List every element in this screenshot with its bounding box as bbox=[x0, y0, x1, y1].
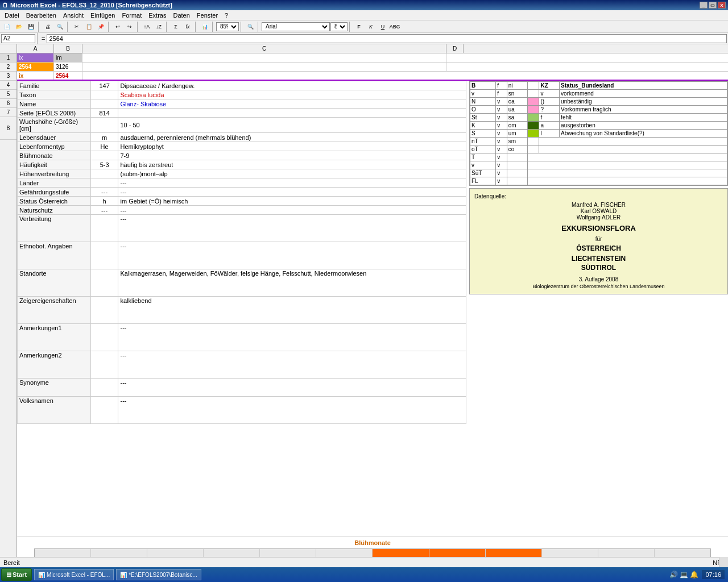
save-btn[interactable]: 💾 bbox=[25, 22, 36, 32]
val-status-oe-short[interactable]: h bbox=[90, 197, 118, 206]
paste-btn[interactable]: 📌 bbox=[95, 22, 106, 32]
label-verbreitung[interactable]: Verbreitung bbox=[18, 215, 91, 242]
copy-btn[interactable]: 📋 bbox=[83, 22, 94, 32]
cut-btn[interactable]: ✂ bbox=[71, 22, 82, 32]
val-anm1-num[interactable] bbox=[90, 324, 118, 351]
menu-einfuegen[interactable]: Einfügen bbox=[87, 11, 118, 19]
redo-btn[interactable]: ↪ bbox=[124, 22, 135, 32]
val-gefaehrdung-short[interactable]: --- bbox=[90, 188, 118, 197]
fx-btn[interactable]: fx bbox=[182, 22, 193, 32]
formula-input[interactable] bbox=[47, 34, 727, 43]
val-status-oe[interactable]: im Gebiet (=Ö) heimisch bbox=[118, 197, 466, 206]
val-volksnamen[interactable]: --- bbox=[118, 397, 466, 424]
v-scrollbar-btn[interactable] bbox=[719, 557, 728, 567]
label-status-oe[interactable]: Status Österreich bbox=[18, 197, 91, 206]
cell-empty-3[interactable] bbox=[82, 63, 446, 71]
zoom-select[interactable]: 85% bbox=[216, 22, 239, 31]
val-anm1[interactable]: --- bbox=[118, 324, 466, 351]
val-familie-num[interactable]: 147 bbox=[90, 81, 118, 90]
print-btn[interactable]: 🖨 bbox=[42, 22, 53, 32]
label-haeufigkeit[interactable]: Häufigkeit bbox=[18, 160, 91, 169]
label-hoehenverbreitung[interactable]: Höhenverbreitung bbox=[18, 169, 91, 178]
label-lebensdauer[interactable]: Lebensdauer bbox=[18, 133, 91, 142]
label-laender[interactable]: Länder bbox=[18, 178, 91, 188]
val-hoehenverbreitung[interactable]: (subm-)mont–alp bbox=[118, 169, 466, 178]
val-hoehen-num[interactable] bbox=[90, 169, 118, 178]
cell-empty-5[interactable] bbox=[82, 72, 728, 80]
label-familie[interactable]: Familie bbox=[18, 81, 91, 90]
taskbar-item-excel[interactable]: 📊 Microsoft Excel - EFÖL... bbox=[34, 569, 114, 580]
open-btn[interactable]: 📂 bbox=[13, 22, 24, 32]
chart-btn[interactable]: 📊 bbox=[199, 22, 210, 32]
preview-btn[interactable]: 🔍 bbox=[54, 22, 65, 32]
val-standorte-num[interactable] bbox=[90, 269, 118, 297]
menu-ansicht[interactable]: Ansicht bbox=[60, 11, 87, 19]
val-lebensdauer[interactable]: ausdauernd, perennierend (mehrmals blühe… bbox=[118, 133, 466, 142]
italic-btn[interactable]: K bbox=[365, 22, 377, 32]
label-synonyme[interactable]: Synonyme bbox=[18, 379, 91, 397]
menu-fenster[interactable]: Fenster bbox=[193, 11, 221, 19]
val-standorte[interactable]: Kalkmagerrasen, Magerweiden, FöWälder, f… bbox=[118, 269, 466, 297]
font-select[interactable]: Arial bbox=[262, 22, 330, 31]
sort-desc-btn[interactable]: ↓Z bbox=[153, 22, 164, 32]
val-volksnamen-num[interactable] bbox=[90, 397, 118, 424]
menu-help[interactable]: ? bbox=[221, 11, 231, 19]
val-zeiger-num[interactable] bbox=[90, 297, 118, 324]
menu-format[interactable]: Format bbox=[118, 11, 145, 19]
val-taxon[interactable]: Scabiosa lucida bbox=[118, 90, 466, 99]
close-btn[interactable]: X bbox=[718, 2, 726, 9]
val-verbreitung[interactable]: --- bbox=[118, 215, 466, 242]
label-standorte[interactable]: Standorte bbox=[18, 269, 91, 297]
cell-name-value[interactable]: 2564 bbox=[54, 72, 82, 80]
val-familie[interactable]: Dipsacaceae / Kardengew. bbox=[118, 81, 466, 90]
val-seite[interactable] bbox=[118, 109, 466, 118]
label-lebenformentyp[interactable]: Lebenformentyp bbox=[18, 142, 91, 151]
new-btn[interactable]: 📄 bbox=[1, 22, 13, 32]
val-haeufigkeit-short[interactable]: 5-3 bbox=[90, 160, 118, 169]
cell-ix-value[interactable]: 2564 bbox=[17, 63, 54, 71]
label-name[interactable]: Name bbox=[18, 99, 91, 109]
val-lebenformentyp-short[interactable]: He bbox=[90, 142, 118, 151]
cell-ix-label[interactable]: ix bbox=[17, 53, 54, 62]
menu-extras[interactable]: Extras bbox=[145, 11, 169, 19]
menu-datei[interactable]: Datei bbox=[1, 11, 23, 19]
menu-bearbeiten[interactable]: Bearbeiten bbox=[23, 11, 60, 19]
val-naturschutz-short[interactable]: --- bbox=[90, 206, 118, 215]
val-wuchs-num[interactable] bbox=[90, 118, 118, 133]
find-btn[interactable]: 🔍 bbox=[245, 22, 256, 32]
cell-empty-1[interactable] bbox=[82, 53, 446, 62]
val-bluehmonate-num[interactable] bbox=[90, 151, 118, 160]
restore-btn[interactable]: ▭ bbox=[709, 2, 717, 9]
val-name[interactable]: Glanz- Skabiose bbox=[118, 99, 466, 109]
label-anm2[interactable]: Anmerkungen2 bbox=[18, 351, 91, 379]
label-gefaehrdung[interactable]: Gefährdungsstufe bbox=[18, 188, 91, 197]
val-ethnobot-num[interactable] bbox=[90, 242, 118, 269]
val-wuchs[interactable]: 10 - 50 bbox=[118, 118, 466, 133]
undo-btn[interactable]: ↩ bbox=[112, 22, 123, 32]
val-naturschutz[interactable]: --- bbox=[118, 206, 466, 215]
underline-btn[interactable]: U bbox=[377, 22, 388, 32]
cell-name-label[interactable]: ix bbox=[17, 72, 54, 80]
label-wuchs[interactable]: Wuchshöhe (-Größe)[cm] bbox=[18, 118, 91, 133]
val-lebenformentyp[interactable]: Hemikryptophyt bbox=[118, 142, 466, 151]
label-ethnobot[interactable]: Ethnobot. Angaben bbox=[18, 242, 91, 269]
val-seite-num[interactable]: 814 bbox=[90, 109, 118, 118]
start-button[interactable]: ⊞ Start bbox=[1, 568, 32, 581]
bold-btn[interactable]: F bbox=[353, 22, 365, 32]
label-volksnamen[interactable]: Volksnamen bbox=[18, 397, 91, 424]
val-laender-num[interactable] bbox=[90, 178, 118, 188]
label-taxon[interactable]: Taxon bbox=[18, 90, 91, 99]
val-lebensdauer-short[interactable]: m bbox=[90, 133, 118, 142]
val-anm2-num[interactable] bbox=[90, 351, 118, 379]
val-ethnobot[interactable]: --- bbox=[118, 242, 466, 269]
font-size-select[interactable]: 8 bbox=[330, 22, 348, 31]
cell-reference[interactable] bbox=[1, 34, 35, 43]
cell-im-value[interactable]: 3126 bbox=[54, 63, 82, 71]
val-verbreitung-num[interactable] bbox=[90, 215, 118, 242]
sort-asc-btn[interactable]: ↑A bbox=[141, 22, 152, 32]
val-synonyme-num[interactable] bbox=[90, 379, 118, 397]
label-zeiger[interactable]: Zeigereigenschaften bbox=[18, 297, 91, 324]
val-zeiger[interactable]: kalkliebend bbox=[118, 297, 466, 324]
minimize-btn[interactable]: _ bbox=[700, 2, 708, 9]
menu-daten[interactable]: Daten bbox=[169, 11, 193, 19]
